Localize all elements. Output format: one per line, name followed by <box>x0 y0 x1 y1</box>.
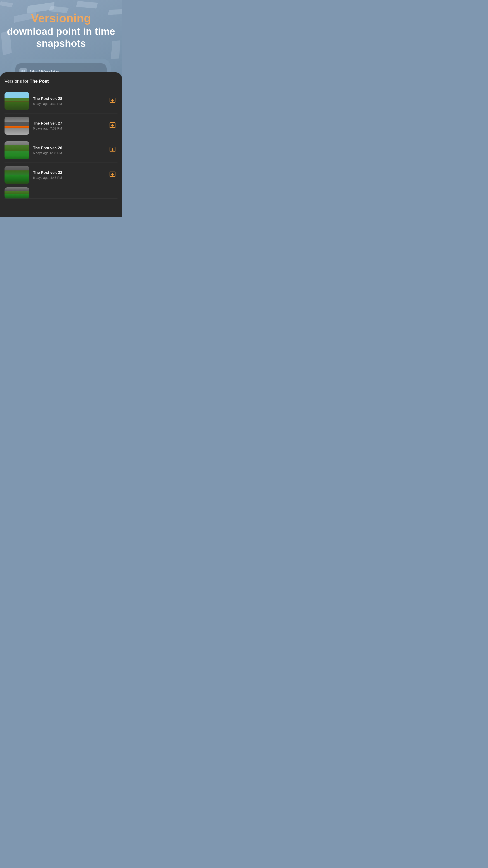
version-item-28: The Post ver. 28 5 days ago, 4:32 PM <box>4 89 118 114</box>
version-thumb-27 <box>4 117 29 135</box>
version-item-27: The Post ver. 27 6 days ago, 7:52 PM <box>4 114 118 138</box>
download-icon-28 <box>109 97 116 105</box>
hero-subtitle: download point in time snapshots <box>0 26 122 50</box>
version-info-22: The Post ver. 22 6 days ago, 4:43 PM <box>33 170 104 180</box>
versions-title: Versions for The Post <box>4 79 118 84</box>
download-icon-26 <box>109 146 116 154</box>
version-item-26: The Post ver. 26 6 days ago, 6:35 PM <box>4 138 118 163</box>
download-button-22[interactable] <box>107 170 118 180</box>
version-time-22: 6 days ago, 4:43 PM <box>33 176 104 180</box>
download-button-27[interactable] <box>107 121 118 131</box>
download-icon-27 <box>109 122 116 130</box>
version-item-18 <box>4 187 118 199</box>
version-name-22: The Post ver. 22 <box>33 170 104 175</box>
version-time-26: 6 days ago, 6:35 PM <box>33 151 104 155</box>
version-list: The Post ver. 28 5 days ago, 4:32 PM The <box>4 89 118 199</box>
version-info-27: The Post ver. 27 6 days ago, 7:52 PM <box>33 121 104 130</box>
version-name-26: The Post ver. 26 <box>33 146 104 150</box>
version-info-26: The Post ver. 26 6 days ago, 6:35 PM <box>33 146 104 155</box>
bottom-sheet: Versions for The Post The Post ver. 28 5… <box>0 72 122 217</box>
download-button-28[interactable] <box>107 96 118 106</box>
hero-title: Versioning <box>0 12 122 25</box>
download-icon-22 <box>109 171 116 179</box>
version-time-27: 6 days ago, 7:52 PM <box>33 127 104 130</box>
download-button-26[interactable] <box>107 145 118 155</box>
version-name-27: The Post ver. 27 <box>33 121 104 126</box>
version-thumb-18 <box>4 187 29 199</box>
svg-rect-1 <box>24 70 25 72</box>
version-item-22: The Post ver. 22 6 days ago, 4:43 PM <box>4 163 118 187</box>
version-info-28: The Post ver. 28 5 days ago, 4:32 PM <box>33 96 104 105</box>
version-thumb-22 <box>4 166 29 184</box>
version-thumb-26 <box>4 141 29 159</box>
hero-section: Versioning download point in time snapsh… <box>0 12 122 50</box>
version-name-28: The Post ver. 28 <box>33 96 104 101</box>
version-time-28: 5 days ago, 4:32 PM <box>33 102 104 105</box>
version-thumb-28 <box>4 92 29 110</box>
svg-rect-0 <box>22 70 23 72</box>
